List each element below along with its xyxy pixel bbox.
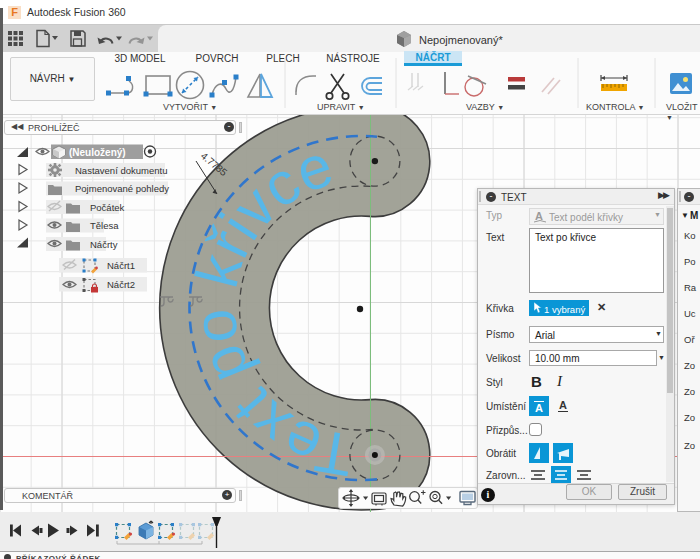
svg-text:Náčrt2: Náčrt2 xyxy=(107,279,135,290)
svg-text:Nastavení dokumentu: Nastavení dokumentu xyxy=(75,165,167,176)
svg-text:Náčrty: Náčrty xyxy=(90,239,118,250)
svg-text:Počátek: Počátek xyxy=(90,202,125,213)
svg-text:Pojmenované pohledy: Pojmenované pohledy xyxy=(75,183,169,194)
svg-text:Tělesa: Tělesa xyxy=(90,220,119,231)
svg-text:Náčrt1: Náčrt1 xyxy=(107,260,135,271)
svg-text:(Neuložený): (Neuložený) xyxy=(69,147,126,158)
